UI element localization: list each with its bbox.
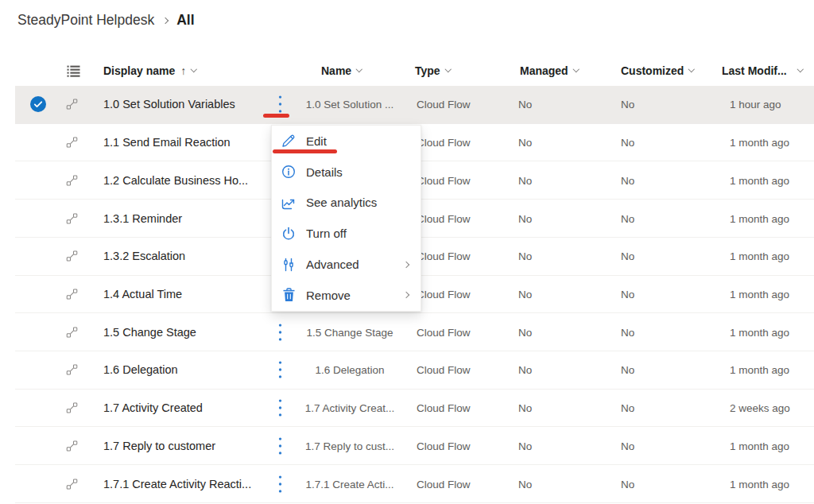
power-icon <box>281 227 297 241</box>
managed-cell: No <box>518 288 532 300</box>
name-cell: 1.7 Reply to cust... <box>290 440 409 452</box>
row-commands-button[interactable] <box>278 399 282 417</box>
check-circle-icon <box>30 96 46 112</box>
customized-cell: No <box>621 99 634 110</box>
pencil-icon <box>281 134 297 148</box>
menu-item-label: Details <box>306 165 410 179</box>
last-modified-cell: 1 month ago <box>730 364 789 376</box>
name-cell: 1.7 Activity Creat... <box>290 402 409 414</box>
customized-cell: No <box>621 250 634 262</box>
table-row[interactable]: 1.7.1 Create Activity Reacti... 1.7.1 Cr… <box>15 465 814 503</box>
type-cell: Cloud Flow <box>417 99 471 110</box>
menu-item-remove[interactable]: Remove <box>272 280 421 311</box>
column-header-name[interactable]: Name <box>321 57 362 84</box>
chevron-down-icon <box>356 66 362 72</box>
vertical-ellipsis-icon <box>278 436 282 455</box>
row-commands-button[interactable] <box>278 95 282 114</box>
chevron-down-icon <box>573 66 579 72</box>
breadcrumb-solution-link[interactable]: SteadyPoint Helpdesk <box>17 12 154 29</box>
sort-ascending-icon: ↑ <box>180 64 186 77</box>
column-header-label: Last Modif... <box>722 64 787 77</box>
last-modified-cell: 1 month ago <box>730 478 789 490</box>
last-modified-cell: 1 month ago <box>730 137 789 149</box>
customized-cell: No <box>621 440 634 452</box>
vertical-ellipsis-icon <box>278 475 282 493</box>
red-underline-annotation-edit <box>273 149 337 153</box>
trash-icon <box>281 288 297 302</box>
last-modified-cell: 1 month ago <box>730 212 789 224</box>
chevron-down-icon <box>445 66 452 72</box>
managed-cell: No <box>518 137 532 149</box>
table-row[interactable]: 1.7 Reply to customer 1.7 Reply to cust.… <box>15 427 814 465</box>
row-list-icon[interactable] <box>67 57 80 84</box>
type-cell: Cloud Flow <box>417 440 471 452</box>
row-commands-button[interactable] <box>278 475 282 493</box>
row-commands-button[interactable] <box>278 361 282 379</box>
display-name-cell[interactable]: 1.5 Change Stage <box>103 326 196 339</box>
flow-icon <box>66 478 78 490</box>
display-name-cell[interactable]: 1.4 Actual Time <box>103 288 182 300</box>
name-cell: 1.7.1 Create Acti... <box>290 478 409 490</box>
type-cell: Cloud Flow <box>417 212 471 224</box>
type-cell: Cloud Flow <box>417 326 471 338</box>
row-commands-button[interactable] <box>278 436 282 455</box>
last-modified-cell: 2 weeks ago <box>730 402 790 414</box>
display-name-cell[interactable]: 1.2 Calculate Business Ho... <box>103 174 248 187</box>
chevron-down-icon <box>797 66 804 72</box>
flow-icon <box>66 326 78 338</box>
display-name-cell[interactable]: 1.1 Send Email Reaction <box>103 136 231 149</box>
info-icon <box>281 165 297 179</box>
column-header-label: Managed <box>520 64 568 77</box>
chevron-right-icon <box>162 17 169 23</box>
menu-item-details[interactable]: Details <box>272 157 421 188</box>
flow-icon <box>66 364 78 376</box>
display-name-cell[interactable]: 1.7 Reply to customer <box>103 440 215 452</box>
breadcrumb: SteadyPoint Helpdesk All <box>17 12 195 29</box>
column-header-managed[interactable]: Managed <box>520 57 578 84</box>
display-name-cell[interactable]: 1.3.1 Reminder <box>103 212 182 225</box>
tools-icon <box>281 258 297 272</box>
chevron-right-icon <box>403 292 409 298</box>
customized-cell: No <box>621 478 634 490</box>
display-name-cell[interactable]: 1.7 Activity Created <box>103 401 203 414</box>
table-row[interactable]: 1.7 Activity Created 1.7 Activity Creat.… <box>15 390 814 428</box>
display-name-cell[interactable]: 1.3.2 Escalation <box>103 250 185 262</box>
last-modified-cell: 1 month ago <box>730 250 789 262</box>
last-modified-cell: 1 hour ago <box>730 99 781 110</box>
column-header-label: Customized <box>621 64 684 77</box>
vertical-ellipsis-icon <box>278 95 282 114</box>
solution-objects-page: SteadyPoint Helpdesk All Display name ↑ … <box>0 0 814 504</box>
customized-cell: No <box>621 364 634 376</box>
row-selected-checkbox[interactable] <box>30 96 46 112</box>
column-header-type[interactable]: Type <box>415 57 450 84</box>
menu-item-advanced[interactable]: Advanced <box>272 249 421 280</box>
type-cell: Cloud Flow <box>417 174 471 186</box>
name-cell: 1.5 Change Stage <box>290 326 409 338</box>
customized-cell: No <box>621 212 634 224</box>
column-header-display-name[interactable]: Display name ↑ <box>103 57 196 84</box>
vertical-ellipsis-icon <box>278 399 282 417</box>
flow-icon <box>66 174 78 186</box>
chevron-down-icon <box>688 66 695 72</box>
vertical-ellipsis-icon <box>278 323 282 341</box>
customized-cell: No <box>621 137 634 149</box>
display-name-cell[interactable]: 1.0 Set Solution Variables <box>103 98 235 110</box>
table-row[interactable]: 1.0 Set Solution Variables 1.0 Set Solut… <box>15 86 814 124</box>
row-commands-button[interactable] <box>278 323 282 341</box>
table-row[interactable]: 1.6 Delegation 1.6 Delegation Cloud Flow… <box>15 351 814 390</box>
managed-cell: No <box>518 174 532 186</box>
column-header-customized[interactable]: Customized <box>621 57 694 84</box>
column-header-last-modified[interactable]: Last Modif... <box>722 57 802 84</box>
flow-icon <box>66 212 78 224</box>
managed-cell: No <box>518 250 532 262</box>
menu-item-turn-off[interactable]: Turn off <box>272 218 421 249</box>
managed-cell: No <box>518 402 532 414</box>
table-row[interactable]: 1.5 Change Stage 1.5 Change Stage Cloud … <box>15 313 814 351</box>
type-cell: Cloud Flow <box>417 478 471 490</box>
breadcrumb-current-page: All <box>176 12 194 29</box>
display-name-cell[interactable]: 1.6 Delegation <box>103 363 178 376</box>
customized-cell: No <box>621 402 634 414</box>
table-header: Display name ↑ Name Type Managed Customi… <box>0 57 814 84</box>
menu-item-see-analytics[interactable]: See analytics <box>272 188 421 219</box>
display-name-cell[interactable]: 1.7.1 Create Activity Reacti... <box>103 478 251 490</box>
